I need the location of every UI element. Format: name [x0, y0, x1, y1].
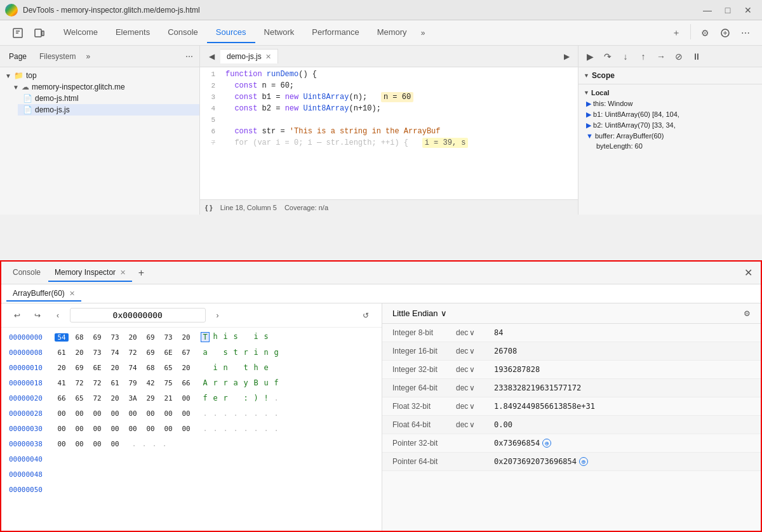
arraybuffer-tab[interactable]: ArrayBuffer(60) ✕	[6, 286, 81, 302]
line-code-4: const b2 = new Uint8Array(n+10);	[220, 104, 578, 113]
bottom-sub-tabs: ArrayBuffer(60) ✕	[1, 284, 761, 303]
mem-byte-1-7[interactable]: 67	[179, 349, 193, 357]
tree-file-html[interactable]: 📄 demo-js.html	[18, 93, 199, 104]
tab-network[interactable]: Network	[255, 22, 304, 43]
code-tab-close[interactable]: ✕	[265, 53, 271, 61]
undo-button[interactable]: ↩	[9, 307, 25, 324]
add-bottom-tab-button[interactable]: +	[133, 265, 149, 281]
tree-top[interactable]: ▼ 📁 top	[0, 70, 199, 81]
tab-elements[interactable]: Elements	[107, 22, 159, 43]
code-tab-js[interactable]: demo-js.js ✕	[220, 49, 278, 63]
mem-byte-0-5[interactable]: 69	[144, 333, 157, 342]
sidebar-tab-filesystem[interactable]: Filesystem	[33, 48, 82, 65]
mc-1-0: a	[201, 348, 210, 357]
endian-selector[interactable]: Little Endian ∨	[392, 309, 447, 318]
mem-byte-0-0[interactable]: 54	[55, 333, 69, 342]
remote-devices-icon[interactable]	[716, 24, 734, 42]
step-button[interactable]: →	[652, 48, 670, 65]
value-settings-icon[interactable]: ⚙	[744, 309, 751, 318]
step-out-button[interactable]: ↑	[634, 48, 652, 65]
next-address-button[interactable]: ›	[210, 307, 226, 324]
minimize-button[interactable]: —	[698, 4, 716, 17]
ptr64-follow-icon[interactable]: ⊕	[579, 457, 588, 466]
mem-row-4: 00000020 66 65 72 20 3A 29 21 00 f	[9, 391, 374, 405]
device-icon[interactable]	[29, 23, 50, 43]
mem-addr-6: 00000030	[9, 425, 55, 433]
add-tab-icon[interactable]: ＋	[667, 24, 685, 42]
tree-domain[interactable]: ▼ ☁ memory-inspector.glitch.me	[8, 81, 199, 93]
sidebar-options[interactable]: ⋯	[182, 50, 197, 63]
code-line-4: 4 const b2 = new Uint8Array(n+10);	[200, 104, 578, 116]
line-num-7: 7	[200, 138, 220, 147]
titlebar-title: DevTools - memory-inspector.glitch.me/de…	[23, 6, 693, 15]
mem-addr-8: 00000040	[9, 455, 55, 463]
mem-byte-0-4[interactable]: 20	[126, 333, 140, 342]
tab-sources[interactable]: Sources	[207, 22, 255, 43]
tree-file-js[interactable]: 📄 demo-js.js	[18, 104, 199, 116]
mem-byte-1-2[interactable]: 73	[90, 349, 104, 357]
mem-byte-0-6[interactable]: 73	[161, 333, 175, 342]
ptr32-follow-icon[interactable]: ⊕	[542, 439, 551, 448]
deactivate-breakpoints-icon[interactable]: ⊘	[670, 48, 688, 65]
line-num-6: 6	[200, 127, 220, 135]
sidebar-tab-page[interactable]: Page	[3, 48, 33, 65]
mem-byte-1-1[interactable]: 20	[72, 349, 86, 357]
settings-icon[interactable]: ⚙	[696, 24, 714, 42]
close-button[interactable]: ✕	[739, 4, 757, 17]
mem-char-0-2: i	[221, 332, 230, 342]
tab-memory[interactable]: Memory	[368, 22, 416, 43]
address-input[interactable]	[70, 308, 206, 323]
sidebar: Page Filesystem » ⋯ ▼ 📁 top ▼ ☁ memory-i…	[0, 46, 200, 215]
val-format-float64[interactable]: dec∨	[456, 420, 494, 429]
sidebar-tabs-more[interactable]: »	[82, 50, 94, 63]
redo-button[interactable]: ↪	[29, 307, 46, 324]
more-tabs-button[interactable]: »	[416, 26, 431, 40]
val-row-int32: Integer 32-bit dec∨ 1936287828	[382, 361, 761, 379]
line-code-1: function runDemo() {	[220, 70, 578, 79]
resume-button[interactable]: ▶	[581, 48, 599, 65]
bottom-tab-console[interactable]: Console	[6, 264, 47, 282]
mem-byte-0-3[interactable]: 73	[108, 333, 122, 342]
val-format-int64[interactable]: dec∨	[456, 383, 494, 392]
mem-byte-1-6[interactable]: 6E	[161, 349, 175, 357]
mem-byte-1-0[interactable]: 61	[55, 349, 69, 357]
tab-console[interactable]: Console	[159, 22, 207, 43]
mem-byte-1-3[interactable]: 74	[108, 349, 122, 357]
code-tab-back[interactable]: ◀	[203, 48, 220, 65]
mc-1-2: s	[221, 348, 230, 357]
tab-performance[interactable]: Performance	[303, 22, 368, 43]
val-row-int16: Integer 16-bit dec∨ 26708	[382, 342, 761, 361]
val-format-int8[interactable]: dec∨	[456, 328, 494, 337]
pause-exceptions-icon[interactable]: ⏸	[688, 48, 705, 65]
mem-byte-0-2[interactable]: 69	[90, 333, 104, 342]
mem-char-0-3: s	[231, 332, 240, 342]
close-bottom-panel-button[interactable]: ✕	[740, 265, 756, 281]
mem-byte-0-1[interactable]: 68	[72, 333, 86, 342]
refresh-button[interactable]: ↺	[358, 307, 374, 324]
mem-byte-0-7[interactable]: 20	[179, 333, 193, 342]
mem-byte-1-5[interactable]: 69	[144, 349, 157, 357]
endian-label: Little Endian	[392, 309, 438, 318]
maximize-button[interactable]: □	[719, 4, 737, 17]
memory-inspector-tab-close[interactable]: ✕	[120, 269, 126, 276]
prev-address-button[interactable]: ‹	[50, 307, 66, 324]
bottom-tab-memory-inspector[interactable]: Memory Inspector ✕	[48, 264, 132, 282]
tab-welcome[interactable]: Welcome	[55, 22, 107, 43]
code-tab-fwd[interactable]: ▶	[558, 48, 575, 65]
code-line-7: 7 for (var i = 0; i — str.length; ++i) {…	[200, 138, 578, 150]
line-code-3: const b1 = new Uint8Array(n); n = 60	[220, 93, 578, 102]
inspect-icon[interactable]	[8, 23, 28, 43]
bottom-tabs: Console Memory Inspector ✕ + ✕	[1, 262, 761, 284]
arraybuffer-tab-close[interactable]: ✕	[69, 289, 75, 297]
val-format-float32[interactable]: dec∨	[456, 402, 494, 411]
mem-byte-1-4[interactable]: 72	[126, 349, 140, 357]
mem-bytes-6: 00 00 00 00 00 00 00 00	[55, 425, 193, 433]
val-format-int32[interactable]: dec∨	[456, 365, 494, 374]
step-over-button[interactable]: ↷	[599, 48, 617, 65]
nav-bar: Welcome Elements Console Sources Network…	[0, 20, 762, 46]
val-format-int16[interactable]: dec∨	[456, 347, 494, 356]
customize-icon[interactable]: ⋯	[737, 24, 754, 42]
mc-1-6: n	[262, 348, 271, 357]
scope-item-1: ▶ b1: Uint8Array(60) [84, 104,	[578, 109, 762, 120]
step-into-button[interactable]: ↓	[617, 48, 634, 65]
